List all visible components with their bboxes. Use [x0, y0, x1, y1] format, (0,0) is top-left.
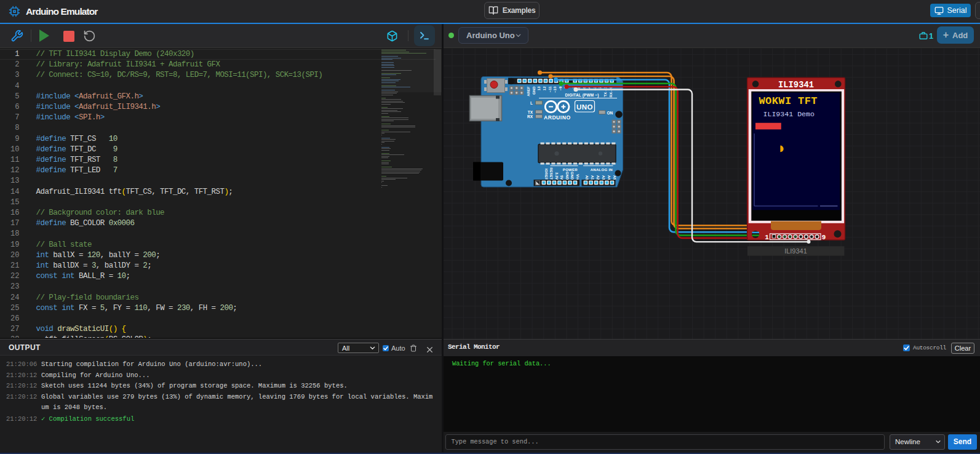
svg-text:ILI9341: ILI9341 — [784, 247, 807, 255]
svg-text:DIGITAL (PWM ~): DIGITAL (PWM ~) — [565, 93, 599, 98]
svg-text:GND: GND — [532, 86, 536, 95]
svg-text:A4: A4 — [607, 175, 611, 180]
svg-text:3.3V: 3.3V — [555, 172, 559, 180]
svg-text:RX: RX — [527, 114, 533, 119]
svg-text:GND: GND — [570, 172, 574, 180]
svg-text:9: 9 — [822, 234, 826, 241]
svg-text:RESET: RESET — [549, 167, 553, 180]
svg-text:A2: A2 — [596, 175, 600, 180]
svg-text:~10: ~10 — [553, 86, 557, 93]
svg-text:RX←0: RX←0 — [609, 86, 613, 97]
svg-text:~9: ~9 — [559, 86, 562, 91]
svg-text:5V: 5V — [560, 175, 564, 180]
svg-text:ON: ON — [607, 111, 613, 115]
svg-text:12: 12 — [543, 86, 546, 90]
svg-text:AREF: AREF — [527, 86, 530, 97]
svg-text:IOREF: IOREF — [544, 169, 548, 180]
svg-text:ARDUINO: ARDUINO — [544, 114, 571, 121]
svg-text:A1: A1 — [591, 175, 594, 180]
svg-text:WOKWI TFT: WOKWI TFT — [759, 95, 818, 107]
svg-text:TX→1: TX→1 — [604, 86, 607, 97]
svg-text:A3: A3 — [602, 175, 605, 180]
svg-text:GND: GND — [565, 172, 569, 180]
svg-text:A5: A5 — [613, 175, 616, 180]
svg-text:Vin: Vin — [576, 174, 580, 180]
svg-text:~11: ~11 — [548, 86, 552, 93]
svg-text:ILI9341: ILI9341 — [778, 81, 814, 90]
svg-text:1: 1 — [765, 234, 769, 241]
svg-text:13: 13 — [537, 86, 541, 90]
svg-text:TX: TX — [528, 110, 533, 114]
svg-text:A0: A0 — [585, 175, 589, 180]
svg-text:POWER: POWER — [563, 168, 578, 172]
svg-text:ANALOG IN: ANALOG IN — [591, 168, 613, 172]
svg-text:UNO: UNO — [576, 103, 593, 111]
svg-text:L: L — [530, 101, 533, 105]
svg-text:ILI9341 Demo: ILI9341 Demo — [763, 110, 815, 118]
